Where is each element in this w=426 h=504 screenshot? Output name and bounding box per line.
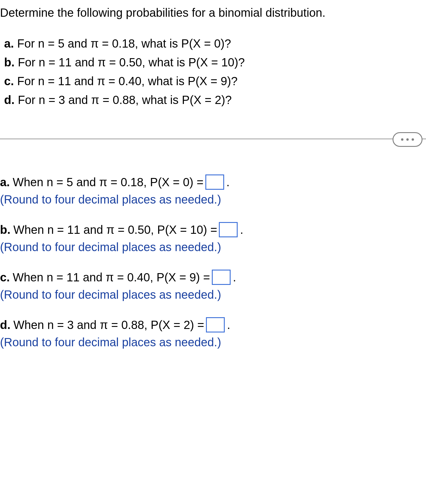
prompt-b: b. For n = 11 and π = 0.50, what is P(X … <box>4 53 426 72</box>
prompt-label: b. <box>4 56 15 69</box>
answer-hint: (Round to four decimal places as needed.… <box>0 238 426 256</box>
question-page: Determine the following probabilities fo… <box>0 0 426 504</box>
prompt-list: a. For n = 5 and π = 0.18, what is P(X =… <box>0 34 426 109</box>
answer-hint: (Round to four decimal places as needed.… <box>0 334 426 351</box>
answer-period: . <box>226 173 230 191</box>
prompt-text: For n = 11 and π = 0.40, what is P(X = 9… <box>17 75 237 88</box>
answer-label: c. <box>0 268 10 286</box>
answer-period: . <box>233 268 236 286</box>
more-options-button[interactable] <box>393 132 422 147</box>
prompt-label: a. <box>4 37 14 50</box>
prompt-a: a. For n = 5 and π = 0.18, what is P(X =… <box>4 34 426 53</box>
prompt-text: For n = 3 and π = 0.88, what is P(X = 2)… <box>18 93 232 106</box>
answer-input-c[interactable] <box>212 270 231 285</box>
divider-line <box>0 139 426 139</box>
answer-hint: (Round to four decimal places as needed.… <box>0 191 426 208</box>
answer-line: c. When n = 11 and π = 0.40, P(X = 9) = … <box>0 268 426 286</box>
answer-b: b. When n = 11 and π = 0.50, P(X = 10) =… <box>0 221 426 256</box>
answer-input-d[interactable] <box>206 317 225 332</box>
answer-input-a[interactable] <box>205 174 224 190</box>
ellipsis-icon <box>406 138 409 141</box>
answer-a: a. When n = 5 and π = 0.18, P(X = 0) = .… <box>0 173 426 208</box>
answer-lead: When n = 3 and π = 0.88, P(X = 2) = <box>13 316 204 334</box>
answer-list: a. When n = 5 and π = 0.18, P(X = 0) = .… <box>0 173 426 351</box>
answer-label: d. <box>0 316 11 334</box>
divider-row <box>0 130 426 147</box>
answer-d: d. When n = 3 and π = 0.88, P(X = 2) = .… <box>0 316 426 351</box>
prompt-label: d. <box>4 93 15 106</box>
answer-input-b[interactable] <box>219 222 238 237</box>
answer-lead: When n = 11 and π = 0.50, P(X = 10) = <box>13 221 217 238</box>
answer-label: b. <box>0 221 11 238</box>
answer-line: a. When n = 5 and π = 0.18, P(X = 0) = . <box>0 173 426 191</box>
answer-hint: (Round to four decimal places as needed.… <box>0 286 426 303</box>
answer-line: d. When n = 3 and π = 0.88, P(X = 2) = . <box>0 316 426 334</box>
answer-line: b. When n = 11 and π = 0.50, P(X = 10) =… <box>0 221 426 238</box>
answer-lead: When n = 5 and π = 0.18, P(X = 0) = <box>13 173 203 191</box>
answer-lead: When n = 11 and π = 0.40, P(X = 9) = <box>13 268 210 286</box>
answer-c: c. When n = 11 and π = 0.40, P(X = 9) = … <box>0 268 426 303</box>
prompt-d: d. For n = 3 and π = 0.88, what is P(X =… <box>4 90 426 109</box>
prompt-label: c. <box>4 75 14 88</box>
prompt-text: For n = 11 and π = 0.50, what is P(X = 1… <box>18 56 245 69</box>
ellipsis-icon <box>412 138 414 141</box>
answer-period: . <box>240 221 243 238</box>
intro-text: Determine the following probabilities fo… <box>0 5 426 20</box>
answer-label: a. <box>0 173 10 191</box>
prompt-text: For n = 5 and π = 0.18, what is P(X = 0)… <box>17 37 231 50</box>
answer-period: . <box>227 316 230 334</box>
ellipsis-icon <box>401 138 403 141</box>
prompt-c: c. For n = 11 and π = 0.40, what is P(X … <box>4 72 426 90</box>
